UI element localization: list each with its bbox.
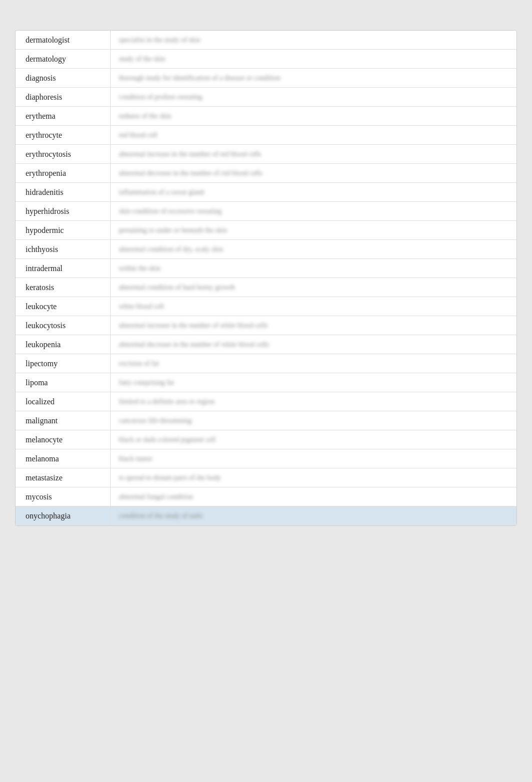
term-cell: lipectomy bbox=[16, 354, 111, 373]
definition-cell: thorough study for identification of a d… bbox=[111, 69, 516, 87]
table-row[interactable]: erythrocytosisabnormal increase in the n… bbox=[16, 145, 516, 164]
table-row[interactable]: localizedlimited to a definite area or r… bbox=[16, 392, 516, 411]
definition-cell: abnormal decrease in the number of white… bbox=[111, 335, 516, 354]
table-row[interactable]: lipectomyexcision of fat bbox=[16, 354, 516, 373]
definition-cell: to spread to distant parts of the body bbox=[111, 468, 516, 487]
table-row[interactable]: mycosisabnormal fungal condition bbox=[16, 487, 516, 506]
term-cell: erythema bbox=[16, 107, 111, 125]
term-cell: metastasize bbox=[16, 468, 111, 487]
table-row[interactable]: diaphoresiscondition of profuse sweating bbox=[16, 88, 516, 107]
table-row[interactable]: hyperhidrosisskin condition of excessive… bbox=[16, 202, 516, 221]
term-cell: diagnosis bbox=[16, 69, 111, 87]
definition-cell: black tumor bbox=[111, 449, 516, 468]
definition-cell: black or dark-colored pigment cell bbox=[111, 430, 516, 449]
term-cell: keratosis bbox=[16, 278, 111, 297]
table-row[interactable]: dermatologistspecialist in the study of … bbox=[16, 31, 516, 50]
term-cell: malignant bbox=[16, 411, 111, 430]
table-row[interactable]: diagnosisthorough study for identificati… bbox=[16, 69, 516, 88]
definition-cell: redness of the skin bbox=[111, 107, 516, 125]
term-cell: localized bbox=[16, 392, 111, 411]
definition-cell: abnormal condition of dry, scaly skin bbox=[111, 240, 516, 258]
term-cell: diaphoresis bbox=[16, 88, 111, 106]
table-row[interactable]: leukocytosisabnormal increase in the num… bbox=[16, 316, 516, 335]
table-row[interactable]: leukocytewhite blood cell bbox=[16, 297, 516, 316]
term-cell: leukopenia bbox=[16, 335, 111, 354]
definition-cell: excision of fat bbox=[111, 354, 516, 373]
term-cell: hyperhidrosis bbox=[16, 202, 111, 220]
definition-cell: white blood cell bbox=[111, 297, 516, 316]
term-cell: dermatologist bbox=[16, 31, 111, 49]
term-cell: lipoma bbox=[16, 373, 111, 392]
table-row[interactable]: erythrocytered blood cell bbox=[16, 126, 516, 145]
term-cell: hidradenitis bbox=[16, 183, 111, 201]
definition-cell: abnormal increase in the number of red b… bbox=[111, 145, 516, 163]
table-row[interactable]: onychophagiacondition of the study of na… bbox=[16, 506, 516, 526]
table-row[interactable]: melanocyteblack or dark-colored pigment … bbox=[16, 430, 516, 449]
table-row[interactable]: ichthyosisabnormal condition of dry, sca… bbox=[16, 240, 516, 259]
term-cell: erythrocyte bbox=[16, 126, 111, 144]
definition-cell: red blood cell bbox=[111, 126, 516, 144]
term-cell: hypodermic bbox=[16, 221, 111, 239]
term-cell: leukocytosis bbox=[16, 316, 111, 335]
term-cell: melanocyte bbox=[16, 430, 111, 449]
definition-cell: abnormal condition of hard horny growth bbox=[111, 278, 516, 297]
definition-cell: abnormal decrease in the number of red b… bbox=[111, 164, 516, 182]
term-cell: intradermal bbox=[16, 259, 111, 278]
table-row[interactable]: hidradenitisinflammation of a sweat glan… bbox=[16, 183, 516, 202]
term-cell: dermatology bbox=[16, 50, 111, 68]
definition-cell: skin condition of excessive sweating bbox=[111, 202, 516, 220]
definition-cell: condition of the study of nails bbox=[111, 506, 516, 526]
table-row[interactable]: melanomablack tumor bbox=[16, 449, 516, 468]
table-row[interactable]: dermatologystudy of the skin bbox=[16, 50, 516, 69]
table-row[interactable]: intradermalwithin the skin bbox=[16, 259, 516, 278]
definition-cell: fatty comprising fat bbox=[111, 373, 516, 392]
definition-cell: specialist in the study of skin bbox=[111, 31, 516, 49]
table-row[interactable]: erythropeniaabnormal decrease in the num… bbox=[16, 164, 516, 183]
definition-cell: within the skin bbox=[111, 259, 516, 278]
term-cell: mycosis bbox=[16, 487, 111, 506]
definition-cell: limited to a definite area or region bbox=[111, 392, 516, 411]
definition-cell: abnormal fungal condition bbox=[111, 487, 516, 506]
term-cell: erythrocytosis bbox=[16, 145, 111, 163]
term-cell: ichthyosis bbox=[16, 240, 111, 258]
table-row[interactable]: erythemaredness of the skin bbox=[16, 107, 516, 126]
table-row[interactable]: malignantcancerous life-threatening bbox=[16, 411, 516, 430]
term-cell: melanoma bbox=[16, 449, 111, 468]
table-row[interactable]: leukopeniaabnormal decrease in the numbe… bbox=[16, 335, 516, 354]
term-cell: onychophagia bbox=[16, 506, 111, 526]
definition-cell: inflammation of a sweat gland bbox=[111, 183, 516, 201]
table-row[interactable]: metastasizeto spread to distant parts of… bbox=[16, 468, 516, 487]
term-cell: leukocyte bbox=[16, 297, 111, 316]
definition-cell: pertaining to under or beneath the skin bbox=[111, 221, 516, 239]
table-row[interactable]: lipomafatty comprising fat bbox=[16, 373, 516, 392]
table-row[interactable]: hypodermicpertaining to under or beneath… bbox=[16, 221, 516, 240]
table-row[interactable]: keratosisabnormal condition of hard horn… bbox=[16, 278, 516, 297]
definition-cell: abnormal increase in the number of white… bbox=[111, 316, 516, 335]
definition-cell: condition of profuse sweating bbox=[111, 88, 516, 106]
definition-cell: study of the skin bbox=[111, 50, 516, 68]
vocabulary-table: dermatologistspecialist in the study of … bbox=[15, 30, 517, 526]
term-cell: erythropenia bbox=[16, 164, 111, 182]
definition-cell: cancerous life-threatening bbox=[111, 411, 516, 430]
